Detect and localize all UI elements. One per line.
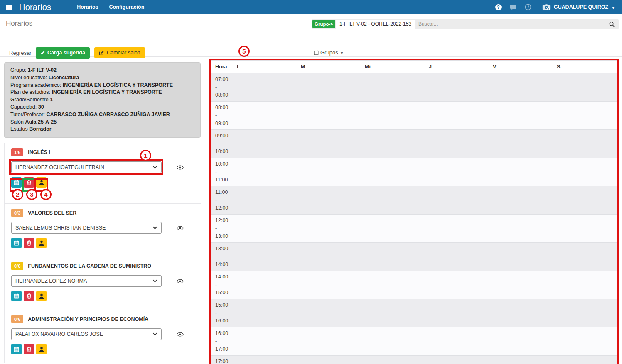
nav-item-configuracion[interactable]: Configuración: [109, 4, 145, 10]
day-column-header: S: [553, 61, 617, 73]
schedule-cell[interactable]: [297, 271, 361, 299]
back-link[interactable]: Regresar: [9, 50, 31, 56]
schedule-cell[interactable]: [489, 356, 553, 364]
schedule-cell[interactable]: [297, 356, 361, 364]
delete-subject-button[interactable]: [24, 291, 34, 301]
schedule-cell[interactable]: [489, 299, 553, 327]
view-subject-button[interactable]: [177, 226, 184, 230]
schedule-cell[interactable]: [297, 130, 361, 158]
view-subject-button[interactable]: [177, 279, 184, 283]
teacher-select[interactable]: HERNANDEZ LOPEZ NORMA: [11, 275, 162, 287]
schedule-cell[interactable]: [233, 327, 297, 356]
schedule-cell[interactable]: [361, 102, 425, 130]
schedule-cell[interactable]: [361, 356, 425, 364]
assign-teacher-button[interactable]: [36, 291, 47, 301]
schedule-cell[interactable]: [425, 243, 489, 271]
schedule-cell[interactable]: [233, 130, 297, 158]
schedule-cell[interactable]: [361, 243, 425, 271]
schedule-cell[interactable]: [297, 299, 361, 327]
schedule-cell[interactable]: [553, 130, 617, 158]
schedule-cell[interactable]: [489, 215, 553, 243]
schedule-cell[interactable]: [425, 73, 489, 102]
schedule-cell[interactable]: [233, 215, 297, 243]
schedule-cell[interactable]: [425, 158, 489, 186]
schedule-cell[interactable]: [489, 102, 553, 130]
schedule-cell[interactable]: [361, 327, 425, 356]
schedule-cell[interactable]: [297, 158, 361, 186]
teacher-select[interactable]: PALAFOX NAVARRO CARLOS JOSE: [11, 328, 162, 340]
view-subject-button[interactable]: [177, 332, 184, 337]
schedule-cell[interactable]: [425, 186, 489, 215]
apps-grid-icon[interactable]: [6, 5, 12, 10]
schedule-cell[interactable]: [553, 243, 617, 271]
clock-icon[interactable]: [525, 4, 531, 10]
schedule-cell[interactable]: [233, 356, 297, 364]
schedule-cell[interactable]: [361, 158, 425, 186]
schedule-cell[interactable]: [361, 271, 425, 299]
groups-dropdown[interactable]: Grupos ▼: [314, 49, 344, 56]
schedule-cell[interactable]: [489, 327, 553, 356]
teacher-select[interactable]: SAENZ LEMUS CHRISTIAN DENISSE: [11, 222, 162, 234]
schedule-cell[interactable]: [361, 130, 425, 158]
schedule-cell[interactable]: [553, 356, 617, 364]
search-icon[interactable]: [609, 21, 615, 27]
schedule-cell[interactable]: [489, 186, 553, 215]
schedule-cell[interactable]: [297, 102, 361, 130]
schedule-cell[interactable]: [553, 299, 617, 327]
schedule-cell[interactable]: [553, 158, 617, 186]
schedule-row: 08:00 -09:00: [211, 102, 617, 130]
user-menu[interactable]: GUADALUPE QUIROZ ▼: [542, 4, 615, 11]
search-input[interactable]: Buscar...: [418, 21, 609, 27]
nav-item-horarios[interactable]: Horarios: [77, 4, 98, 10]
schedule-cell[interactable]: [489, 271, 553, 299]
schedule-cell[interactable]: [233, 102, 297, 130]
schedule-cell[interactable]: [361, 186, 425, 215]
schedule-subject-button[interactable]: [11, 177, 22, 188]
schedule-cell[interactable]: [553, 215, 617, 243]
schedule-cell[interactable]: [425, 215, 489, 243]
schedule-cell[interactable]: [489, 73, 553, 102]
schedule-cell[interactable]: [425, 327, 489, 356]
schedule-cell[interactable]: [233, 299, 297, 327]
schedule-cell[interactable]: [425, 271, 489, 299]
schedule-cell[interactable]: [553, 73, 617, 102]
schedule-cell[interactable]: [361, 73, 425, 102]
teacher-select[interactable]: HERNANDEZ OCHOATEGUI EFRAIN: [11, 161, 162, 173]
schedule-subject-button[interactable]: [11, 291, 22, 301]
schedule-cell[interactable]: [361, 215, 425, 243]
schedule-subject-button[interactable]: [11, 238, 22, 248]
schedule-cell[interactable]: [553, 102, 617, 130]
schedule-cell[interactable]: [233, 158, 297, 186]
chat-icon[interactable]: [509, 4, 517, 10]
schedule-cell[interactable]: [233, 271, 297, 299]
schedule-cell[interactable]: [297, 186, 361, 215]
schedule-cell[interactable]: [361, 299, 425, 327]
schedule-cell[interactable]: [553, 271, 617, 299]
schedule-cell[interactable]: [297, 73, 361, 102]
schedule-cell[interactable]: [233, 73, 297, 102]
schedule-cell[interactable]: [425, 102, 489, 130]
delete-subject-button[interactable]: [24, 177, 34, 188]
assign-teacher-button[interactable]: [36, 177, 47, 188]
schedule-cell[interactable]: [425, 356, 489, 364]
delete-subject-button[interactable]: [24, 238, 34, 248]
schedule-subject-button[interactable]: [11, 344, 22, 354]
schedule-cell[interactable]: [489, 130, 553, 158]
schedule-cell[interactable]: [425, 299, 489, 327]
schedule-cell[interactable]: [233, 243, 297, 271]
view-subject-button[interactable]: [177, 165, 184, 170]
schedule-cell[interactable]: [489, 243, 553, 271]
delete-subject-button[interactable]: [24, 344, 34, 354]
schedule-cell[interactable]: [425, 130, 489, 158]
assign-teacher-button[interactable]: [36, 238, 47, 248]
schedule-cell[interactable]: [297, 243, 361, 271]
schedule-cell[interactable]: [489, 158, 553, 186]
schedule-cell[interactable]: [553, 186, 617, 215]
schedule-cell[interactable]: [297, 215, 361, 243]
search-bar[interactable]: Grupo-> 1-F ILT V-02 - OOHEL-2022-153 Bu…: [312, 19, 619, 29]
schedule-cell[interactable]: [297, 327, 361, 356]
assign-teacher-button[interactable]: [36, 344, 47, 354]
schedule-cell[interactable]: [553, 327, 617, 356]
schedule-cell[interactable]: [233, 186, 297, 215]
help-icon[interactable]: ?: [495, 4, 502, 10]
